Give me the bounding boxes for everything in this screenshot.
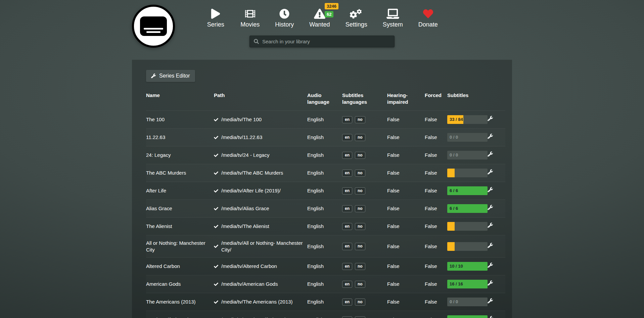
search-bar[interactable] (249, 36, 395, 47)
check-icon (214, 171, 218, 175)
table-row: The ABC Murders /media/tv/The ABC Murder… (146, 164, 505, 182)
series-name-link[interactable]: The Americans (2013) (146, 293, 214, 311)
edit-series-wrench-icon[interactable] (488, 116, 493, 122)
subtitles-progress-bar: 6 / 6 (447, 186, 488, 195)
nav-item-history[interactable]: History (275, 7, 294, 28)
forced-value: False (425, 164, 447, 182)
series-path: /media/tv/All or Nothing- Manchester Cit… (221, 240, 303, 253)
nav-item-series[interactable]: Series (206, 7, 225, 28)
series-path: /media/tv/The ABC Murders (221, 170, 283, 176)
top-header: Series Movies History 3246 62 (132, 0, 512, 60)
series-name-link[interactable]: Altered Carbon (146, 258, 214, 275)
edit-series-wrench-icon[interactable] (488, 223, 493, 228)
series-path: /media/tv/Altered Carbon (221, 263, 277, 270)
subtitles-progress-bar: 6 / 6 (447, 204, 488, 213)
language-badge: en (342, 152, 352, 159)
series-path: /media/tv/American Gods (221, 281, 278, 287)
audio-language-value: English (307, 235, 342, 258)
bazarr-app: Series Movies History 3246 62 (0, 0, 644, 318)
subtitle-languages: enno (342, 235, 387, 258)
language-badge: en (342, 170, 352, 177)
series-name-link[interactable]: The Alienist (146, 218, 214, 235)
wrench-icon (151, 74, 156, 79)
series-name-link[interactable]: 11.22.63 (146, 129, 214, 146)
progress-fill (447, 169, 455, 177)
col-hearing-impaired: Hearing-impaired (387, 92, 425, 111)
subtitles-progress-bar: 0 / 0 (447, 298, 488, 306)
series-name-link[interactable]: All or Nothing: Manchester City (146, 235, 214, 258)
nav-item-wanted[interactable]: 3246 62 Wanted (309, 7, 330, 28)
col-path: Path (214, 92, 307, 111)
heart-icon (423, 7, 433, 19)
edit-series-wrench-icon[interactable] (488, 263, 493, 268)
nav-label: Donate (418, 21, 438, 28)
nav-item-donate[interactable]: Donate (418, 7, 438, 28)
forced-value: False (425, 200, 447, 218)
edit-series-wrench-icon[interactable] (488, 169, 493, 175)
check-icon (214, 224, 218, 229)
series-name-link[interactable]: The ABC Murders (146, 164, 214, 182)
forced-value: False (425, 182, 447, 200)
audio-language-value: English (307, 164, 342, 182)
series-name-link[interactable]: Another Life (2019) (146, 311, 214, 318)
gears-icon (350, 7, 363, 19)
language-badge: en (342, 243, 352, 250)
language-badge: no (355, 316, 365, 318)
col-audio-language: Audio language (307, 92, 342, 111)
edit-series-wrench-icon[interactable] (488, 187, 493, 193)
hearing-impaired-value: False (387, 164, 425, 182)
forced-value: False (425, 293, 447, 311)
check-icon (214, 153, 218, 157)
forced-value: False (425, 146, 447, 164)
audio-language-value: English (307, 182, 342, 200)
subtitle-languages: enno (342, 182, 387, 200)
check-icon (214, 282, 218, 286)
audio-language-value: English (307, 146, 342, 164)
check-icon (214, 118, 218, 122)
nav-item-movies[interactable]: Movies (240, 7, 260, 28)
edit-series-wrench-icon[interactable] (488, 205, 493, 211)
col-name: Name (146, 92, 214, 111)
hearing-impaired-value: False (387, 293, 425, 311)
edit-series-wrench-icon[interactable] (488, 280, 493, 286)
search-input[interactable] (262, 39, 390, 44)
edit-series-wrench-icon[interactable] (488, 243, 493, 248)
language-badge: no (355, 187, 365, 194)
language-badge: no (355, 152, 365, 159)
nav-item-settings[interactable]: Settings (346, 7, 367, 28)
series-name-link[interactable]: The 100 (146, 111, 214, 129)
language-badge: en (342, 134, 352, 141)
forced-value: False (425, 129, 447, 146)
edit-series-wrench-icon[interactable] (488, 298, 493, 304)
language-badge: no (355, 134, 365, 141)
nav-item-system[interactable]: System (383, 7, 403, 28)
subtitle-languages: enno (342, 146, 387, 164)
audio-language-value: English (307, 129, 342, 146)
audio-language-value: English (307, 311, 342, 318)
series-editor-button[interactable]: Series Editor (146, 70, 195, 82)
language-badge: en (342, 281, 352, 288)
series-panel: Series Editor Name Path Audio language S… (132, 60, 512, 318)
edit-series-wrench-icon[interactable] (488, 316, 493, 318)
series-name-link[interactable]: American Gods (146, 275, 214, 293)
series-name-link[interactable]: Alias Grace (146, 200, 214, 218)
nav-label: History (275, 21, 294, 28)
progress-fill (447, 222, 455, 231)
col-subtitles: Subtitles (447, 92, 488, 111)
check-icon (214, 135, 218, 140)
check-icon (214, 300, 218, 304)
progress-label: 0 / 0 (450, 152, 458, 158)
subtitle-languages: enno (342, 275, 387, 293)
series-name-link[interactable]: After Life (146, 182, 214, 200)
col-subtitles-languages: Subtitles languages (342, 92, 387, 111)
edit-series-wrench-icon[interactable] (488, 134, 493, 139)
edit-series-wrench-icon[interactable] (488, 151, 493, 157)
hearing-impaired-value: False (387, 235, 425, 258)
progress-label: 10 / 10 (450, 264, 463, 269)
series-name-link[interactable]: 24: Legacy (146, 146, 214, 164)
table-row: The 100 /media/tv/The 100 English enno F… (146, 111, 505, 129)
progress-fill (447, 242, 455, 251)
language-badge: no (355, 170, 365, 177)
series-path: /media/tv/11.22.63 (221, 134, 262, 141)
forced-value: False (425, 235, 447, 258)
